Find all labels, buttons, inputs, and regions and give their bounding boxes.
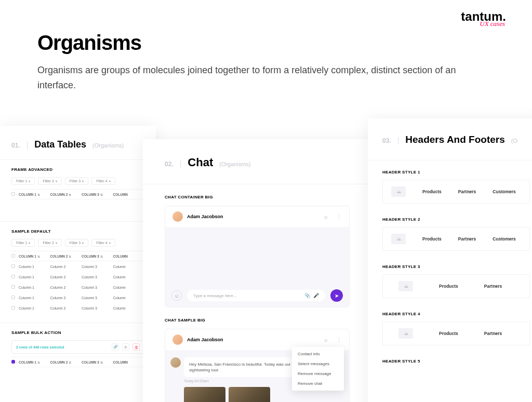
chat-image[interactable] — [184, 387, 225, 402]
filter-chip[interactable]: Filter 3▾ — [65, 177, 88, 185]
checkbox[interactable] — [11, 360, 15, 364]
header-preview: ⛰ Products Partners — [382, 274, 530, 298]
page-title: Organisms — [37, 31, 495, 55]
table-row[interactable]: Column 1Column 2Column 3Column — [11, 272, 144, 282]
panel-number: 03. — [382, 137, 391, 144]
column-header[interactable]: COLUMN 3⇅ — [82, 254, 113, 258]
menu-item-remove-chat[interactable]: Remove chat — [292, 379, 344, 388]
column-header[interactable]: COLUMN — [113, 254, 145, 258]
panel-title: Headers And Footers — [405, 134, 504, 145]
avatar — [170, 357, 181, 368]
copy-icon[interactable]: ⎘ — [122, 343, 129, 351]
header-preview: ⛰ Products Partners Customers — [382, 227, 530, 251]
column-header[interactable]: COLUMN 2⇅ — [50, 193, 82, 196]
nav-link[interactable]: Products — [422, 236, 442, 242]
section-header-style-5: HEADER STYLE 5 — [368, 350, 532, 369]
column-header[interactable]: COLUMN — [113, 193, 145, 196]
logo-placeholder: ⛰ — [391, 186, 406, 197]
header-preview: ⛰ Products Partners — [382, 321, 530, 345]
table-row[interactable]: Column 1Column 2Column 3Column — [11, 261, 144, 272]
logo-placeholder: ⛰ — [398, 281, 413, 291]
panel-divider: | — [26, 141, 29, 149]
filter-chip[interactable]: Filter 2▾ — [38, 239, 61, 247]
nav-link[interactable]: Partners — [458, 236, 476, 242]
data-table: COLUMN 1⇅ COLUMN 2⇅ COLUMN 3⇅ COLUMN — [11, 189, 144, 199]
column-header[interactable]: COLUMN 3⇅ — [82, 360, 113, 364]
search-icon[interactable]: ⌕ — [324, 213, 328, 220]
section-header-style-2: HEADER STYLE 2 — [368, 208, 532, 227]
column-header[interactable]: COLUMN 1⇅ — [19, 193, 50, 196]
checkbox[interactable] — [11, 254, 15, 258]
section-chat-sample-big: CHAT SAMPLE BIG — [143, 307, 371, 329]
link-icon[interactable]: 🔗 — [112, 343, 119, 351]
filter-chip[interactable]: Filter 4▾ — [91, 239, 115, 247]
data-table: COLUMN 1⇅ COLUMN 2⇅ COLUMN 3⇅ COLUMN Col… — [11, 251, 144, 313]
panel-headers-footers: 03. | Headers And Footers (O HEADER STYL… — [368, 118, 532, 402]
table-header-row: COLUMN 1⇅ COLUMN 2⇅ COLUMN 3⇅ COLUMN — [11, 251, 144, 261]
trash-icon[interactable]: 🗑 — [132, 343, 140, 351]
panel-divider: | — [397, 136, 400, 144]
chevron-down-icon: ▾ — [29, 179, 30, 183]
nav-link[interactable]: Customers — [493, 189, 515, 194]
table-row[interactable]: Column 1Column 2Column 3Column — [11, 292, 144, 303]
section-header-style-3: HEADER STYLE 3 — [368, 255, 532, 274]
more-icon[interactable]: ⋮ — [336, 337, 342, 343]
more-icon[interactable]: ⋮ — [336, 213, 342, 220]
nav-link[interactable]: Partners — [484, 331, 502, 336]
filter-chip[interactable]: Filter 3▾ — [65, 239, 88, 247]
nav-link[interactable]: Partners — [458, 189, 476, 194]
column-header[interactable]: COLUMN — [113, 360, 145, 364]
filter-row: Filter 1▾ Filter 2▾ Filter 3▾ Filter 4▾ — [0, 239, 156, 251]
checkbox[interactable] — [11, 306, 15, 310]
chevron-down-icon: ▾ — [82, 179, 84, 183]
column-header[interactable]: COLUMN 3⇅ — [82, 193, 113, 196]
column-header[interactable]: COLUMN 2⇅ — [50, 360, 82, 364]
checkbox[interactable] — [11, 285, 15, 289]
checkbox[interactable] — [11, 264, 15, 268]
logo-placeholder: ⛰ — [398, 328, 413, 339]
nav-link[interactable]: Customers — [493, 236, 515, 242]
chat-image[interactable] — [229, 387, 270, 402]
panel-header: 01. | Data Tables (Organisms) — [0, 126, 156, 159]
chat-placeholder: Type a message here... — [193, 293, 301, 298]
filter-chip[interactable]: Filter 4▾ — [91, 177, 115, 185]
section-header-style-4: HEADER STYLE 4 — [368, 302, 532, 321]
nav-link[interactable]: Partners — [484, 284, 502, 289]
panel-data-tables: 01. | Data Tables (Organisms) FRAME ADVA… — [0, 126, 156, 402]
nav-link[interactable]: Products — [439, 331, 458, 336]
filter-chip[interactable]: Filter 2▾ — [38, 177, 61, 185]
logo-placeholder: ⛰ — [391, 234, 406, 244]
search-icon[interactable]: ⌕ — [324, 337, 328, 343]
nav-link[interactable]: Products — [422, 189, 442, 194]
mic-icon[interactable]: 🎤 — [313, 293, 319, 298]
table-row[interactable]: Column 1Column 2Column 3Column — [11, 282, 144, 292]
menu-item-contact-info[interactable]: Contact info — [292, 349, 344, 359]
header-nav: Products Partners — [439, 331, 502, 336]
chat-input[interactable]: Type a message here... 📎 🎤 — [187, 290, 325, 301]
send-button[interactable]: ➤ — [330, 289, 343, 302]
menu-item-select-messages[interactable]: Select messages — [292, 359, 344, 369]
panel-title: Chat — [188, 156, 213, 169]
checkbox[interactable] — [11, 296, 15, 299]
header-preview: ⛰ Products Partners Customers — [382, 180, 530, 204]
bulk-action-bar: 2 rows of 448 rows selected 🔗 ⎘ 🗑 — [11, 340, 144, 354]
panel-tag: (Organisms) — [92, 142, 124, 149]
panel-header: 02. | Chat (Organisms) — [143, 139, 371, 181]
nav-link[interactable]: Products — [439, 284, 458, 289]
emoji-icon[interactable]: ☺ — [171, 290, 182, 301]
checkbox[interactable] — [11, 275, 15, 278]
column-header[interactable]: COLUMN 1⇅ — [19, 254, 50, 258]
filter-chip[interactable]: Filter 1▾ — [11, 177, 35, 185]
chat-message: Hey Melissa, San Francisco is beautiful.… — [184, 357, 309, 377]
header-nav: Products Partners Customers — [422, 189, 516, 194]
menu-item-remove-message[interactable]: Remove message — [292, 369, 344, 379]
column-header[interactable]: COLUMN 2⇅ — [50, 254, 82, 258]
column-header[interactable]: COLUMN 1⇅ — [19, 360, 50, 364]
attachment-icon[interactable]: 📎 — [304, 293, 310, 298]
checkbox[interactable] — [11, 192, 15, 196]
chat-context-menu: Contact info Select messages Remove mess… — [292, 347, 344, 391]
filter-chip[interactable]: Filter 1▾ — [11, 239, 35, 247]
panel-header: 03. | Headers And Footers (O — [368, 118, 532, 157]
panel-divider: | — [180, 159, 182, 168]
table-row[interactable]: Column 1Column 2Column 3Column — [11, 303, 144, 313]
